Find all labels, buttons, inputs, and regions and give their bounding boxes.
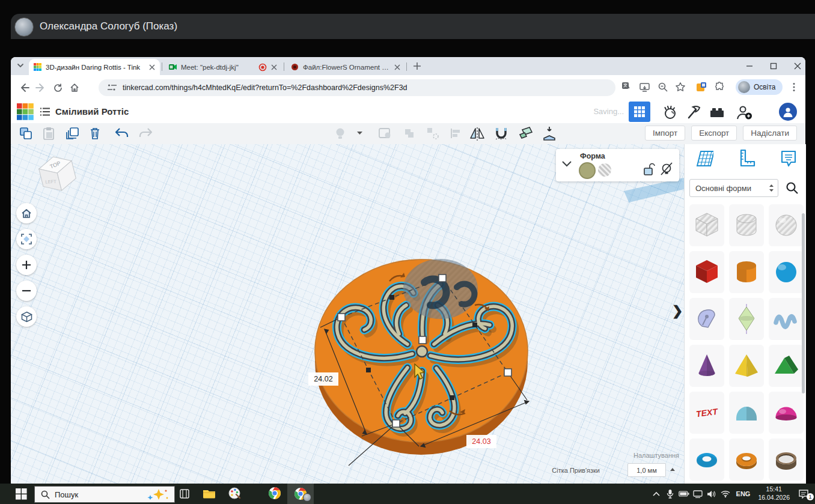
shape-tile-hole-sphere[interactable] <box>769 204 804 246</box>
undo-icon[interactable] <box>114 127 129 139</box>
task-view-button[interactable] <box>179 486 191 502</box>
tinkercad-logo[interactable] <box>17 103 34 121</box>
magnet-snap-icon[interactable] <box>494 126 508 141</box>
blocks-button[interactable] <box>686 105 702 123</box>
corner-handle[interactable] <box>504 369 511 376</box>
edge-handle[interactable] <box>389 295 394 300</box>
tab-meet[interactable]: Meet: "pek-dtdj-jkj" <box>164 59 282 75</box>
install-icon[interactable] <box>639 82 651 93</box>
shape-tile-roof[interactable] <box>769 345 804 387</box>
unlock-icon[interactable] <box>643 162 655 177</box>
duplicate-icon[interactable] <box>65 127 79 140</box>
shape-tile-cone[interactable] <box>689 345 724 387</box>
import-button[interactable]: Імпорт <box>645 126 685 141</box>
edge-handle[interactable] <box>450 395 454 400</box>
minimize-button[interactable] <box>737 57 762 75</box>
light-dropdown-icon[interactable] <box>356 131 363 136</box>
battery-icon[interactable] <box>678 486 690 502</box>
tab-file-flowers[interactable]: Файл:FlowerS Ornament Red D <box>286 59 405 75</box>
center-handle[interactable] <box>419 336 426 344</box>
extensions-puzzle-icon[interactable] <box>714 82 725 93</box>
reload-icon[interactable] <box>49 79 66 96</box>
cast-device-icon[interactable] <box>692 486 704 502</box>
shape-tile-donut[interactable] <box>729 439 764 481</box>
extension-badge-icon[interactable] <box>696 82 707 93</box>
settings-link[interactable]: Налаштування <box>633 452 679 459</box>
paste-icon[interactable] <box>43 127 55 140</box>
hole-swatch[interactable] <box>598 163 611 177</box>
workplane-tool-icon[interactable] <box>695 149 713 168</box>
start-button[interactable] <box>16 488 27 502</box>
workplane-icon[interactable] <box>517 126 533 141</box>
zoom-icon[interactable] <box>658 82 668 93</box>
taskbar-search-box[interactable]: Пошук <box>34 486 175 503</box>
address-bar[interactable]: tinkercad.com/things/h4cMhtedKqE/edit?re… <box>99 79 615 96</box>
tab-close-icon[interactable] <box>149 64 155 70</box>
group-icon[interactable] <box>403 127 416 140</box>
copy-icon[interactable] <box>19 127 32 140</box>
shape-tile-half-sphere[interactable] <box>769 392 804 434</box>
ornament-center[interactable] <box>417 346 427 357</box>
shape-search-button[interactable] <box>782 179 802 197</box>
design-title[interactable]: Сміливий Роттіс <box>55 100 129 123</box>
shape-category-select[interactable]: Основні форми <box>689 179 778 197</box>
microphone-icon[interactable] <box>664 486 676 502</box>
shape-tile-pyramid[interactable] <box>729 345 764 387</box>
clock[interactable]: 15:41 16.04.2026 <box>755 485 793 502</box>
home-icon[interactable] <box>66 79 83 96</box>
tab-search-chevron-icon[interactable] <box>16 61 25 73</box>
paint-button[interactable] <box>227 485 242 501</box>
shape-tile-hole-cylinder[interactable] <box>729 204 764 246</box>
new-tab-button[interactable] <box>412 61 422 73</box>
edge-handle[interactable] <box>366 368 371 372</box>
redo-icon[interactable] <box>139 127 153 139</box>
shape-tile-scribble[interactable] <box>689 298 724 340</box>
edge-handle[interactable] <box>472 323 477 327</box>
shape-tile-torus[interactable] <box>689 439 724 481</box>
snap-dropdown-caret-icon[interactable] <box>670 467 676 472</box>
collapse-chevron-icon[interactable] <box>562 161 572 167</box>
ruler-drop-icon[interactable] <box>542 126 557 141</box>
shape-tile-round-roof[interactable] <box>729 392 764 434</box>
notification-center-button[interactable]: 1 <box>795 486 813 502</box>
sim-lab-button[interactable] <box>662 105 678 123</box>
delete-icon[interactable] <box>90 127 100 140</box>
shape-tile-tube[interactable] <box>769 439 804 481</box>
tab-tinkercad[interactable]: 3D-дизайн Daring Rottis - Tink <box>29 59 160 75</box>
hole-object[interactable] <box>403 259 478 319</box>
close-button[interactable] <box>786 57 810 75</box>
profile-chip[interactable]: Освіта <box>736 79 783 95</box>
model-scene[interactable]: 24.02 24.03 <box>11 144 684 484</box>
align-icon[interactable] <box>450 127 463 140</box>
shape-tile-box[interactable] <box>689 251 724 293</box>
corner-handle[interactable] <box>392 420 400 427</box>
user-avatar[interactable] <box>779 103 797 121</box>
wifi-icon[interactable] <box>719 486 731 502</box>
tab-close-icon[interactable] <box>394 64 400 70</box>
viewport-canvas[interactable]: TOP LEFT <box>11 144 684 484</box>
language-indicator[interactable]: ENG <box>733 490 754 497</box>
solid-color-swatch[interactable] <box>579 162 596 179</box>
site-info-icon[interactable] <box>107 83 118 92</box>
shape-tile-sphere[interactable] <box>769 251 804 293</box>
shape-tile-squiggle[interactable] <box>769 298 804 340</box>
ungroup-icon[interactable] <box>426 127 439 140</box>
snap-grid-select[interactable]: 1,0 мм <box>627 463 666 477</box>
bricks-button[interactable] <box>709 106 725 121</box>
light-icon[interactable] <box>334 127 346 140</box>
browser-menu-icon[interactable] <box>789 82 799 93</box>
bookmark-star-icon[interactable] <box>675 82 686 93</box>
mode-3d-button[interactable] <box>629 102 650 122</box>
notes-tool-icon[interactable] <box>780 149 798 168</box>
send-button[interactable]: Надіслати <box>743 126 797 141</box>
invite-button[interactable] <box>736 105 752 123</box>
tab-close-icon[interactable] <box>271 64 277 70</box>
hide-icon[interactable] <box>659 162 674 177</box>
export-button[interactable]: Експорт <box>691 126 737 141</box>
maximize-button[interactable] <box>762 57 786 75</box>
chrome-button[interactable] <box>267 485 282 501</box>
mirror-icon[interactable] <box>469 126 485 141</box>
ruler-tool-icon[interactable] <box>737 149 755 168</box>
sidebar-scrollbar[interactable] <box>802 213 805 393</box>
back-icon[interactable] <box>16 79 32 96</box>
